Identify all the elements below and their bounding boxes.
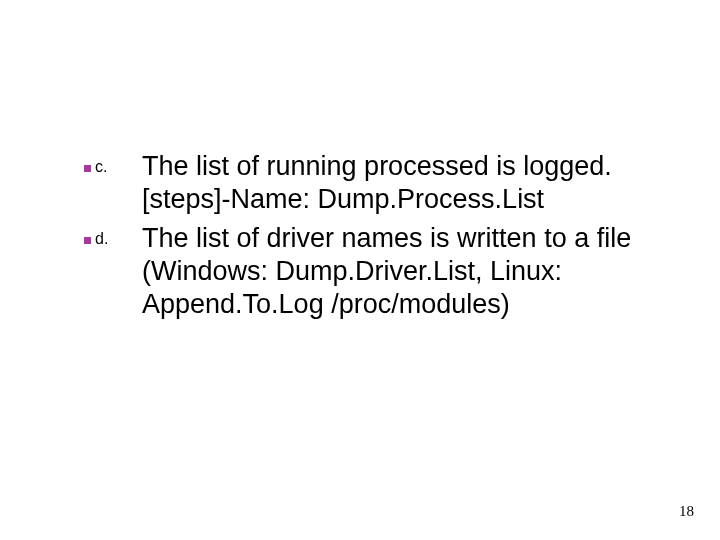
slide-body: c. The list of running processed is logg… (0, 0, 720, 540)
square-bullet-icon (84, 237, 91, 244)
list-text: The list of running processed is logged.… (142, 150, 660, 216)
page-number: 18 (679, 503, 694, 520)
list-item: d. The list of driver names is written t… (84, 222, 660, 321)
list-letter: c. (95, 159, 107, 175)
list-text: The list of driver names is written to a… (142, 222, 660, 321)
list-marker: c. (84, 150, 142, 175)
list-item: c. The list of running processed is logg… (84, 150, 660, 216)
list-letter: d. (95, 231, 108, 247)
square-bullet-icon (84, 165, 91, 172)
list-marker: d. (84, 222, 142, 247)
